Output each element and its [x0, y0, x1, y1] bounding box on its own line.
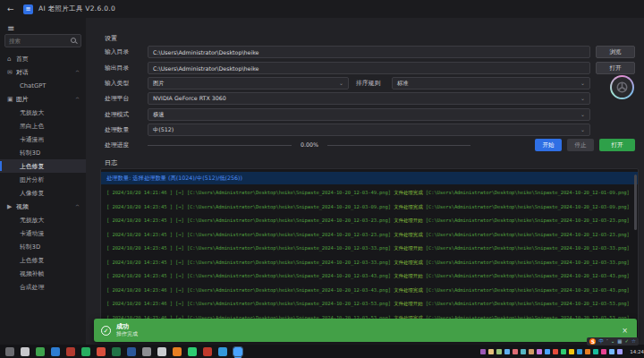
stop-button[interactable]: 停止	[567, 139, 594, 151]
tray-icon[interactable]	[537, 349, 542, 354]
sidebar-item-label: 对话	[16, 68, 29, 77]
sidebar-item[interactable]: 人像修复	[0, 186, 86, 200]
sidebar-item[interactable]: 无损放大	[0, 106, 86, 119]
taskbar-app-icon[interactable]	[112, 347, 121, 356]
ime-item[interactable]: ▦	[617, 337, 622, 345]
taskbar-app-icon[interactable]	[97, 347, 106, 356]
mode-label: 处理模式	[105, 108, 146, 121]
tray-icon[interactable]	[504, 349, 510, 354]
sidebar-item[interactable]: ▶ 视频 ^	[0, 200, 86, 213]
ime-item[interactable]: ’	[606, 337, 608, 345]
taskbar-app-icon[interactable]	[127, 347, 136, 356]
sidebar-item[interactable]: 上色修复	[0, 253, 86, 267]
output-dir-label: 输出目录	[105, 62, 146, 74]
taskbar-app-icon[interactable]	[21, 347, 30, 356]
app-icon: ≡	[23, 4, 33, 14]
sidebar-item[interactable]: 图片分析	[0, 173, 86, 186]
tray-icon[interactable]	[488, 349, 494, 354]
open-dir-button[interactable]: 打开	[596, 62, 635, 74]
sidebar-item[interactable]: 转制3D	[0, 240, 86, 253]
tray-icon[interactable]	[577, 349, 582, 354]
browse-button[interactable]: 浏览	[596, 46, 635, 58]
assistant-logo-icon	[612, 77, 632, 98]
sidebar-item[interactable]: 视频补帧	[0, 267, 86, 280]
ime-logo-icon[interactable]: S	[589, 338, 596, 345]
ime-item[interactable]: 中	[598, 337, 604, 345]
log-line: [ 2024/10/20 14:23:45 ] [→] [C:\Users\Ad…	[101, 228, 638, 243]
close-icon[interactable]: ×	[620, 327, 630, 335]
chevron-up-icon[interactable]: ^	[75, 69, 80, 75]
taskbar-app-icon[interactable]	[233, 347, 242, 356]
taskbar-app-icon[interactable]	[142, 347, 151, 356]
tray-icon[interactable]	[529, 349, 534, 354]
ime-item[interactable]: ✓	[624, 337, 629, 345]
chevron-up-icon[interactable]: ^	[75, 96, 80, 102]
back-arrow-icon[interactable]: ←	[7, 4, 18, 13]
output-dir-field[interactable]	[148, 62, 590, 74]
tray-icon[interactable]	[609, 349, 614, 354]
chevron-up-icon[interactable]: ^	[75, 203, 80, 209]
start-button[interactable]: 开始	[535, 139, 562, 151]
open-button[interactable]: 打开	[599, 139, 635, 151]
tray-icon[interactable]	[480, 349, 486, 354]
sidebar-item-label: 无损放大	[20, 216, 44, 225]
taskbar-app-icon[interactable]	[157, 347, 166, 356]
tray-icon[interactable]	[513, 349, 518, 354]
sidebar-item[interactable]: ⌂ 首页	[0, 52, 86, 65]
tray-icon[interactable]	[496, 349, 502, 354]
progress-percent: 0.00%	[292, 139, 327, 150]
assistant-float-button[interactable]	[610, 75, 634, 99]
input-type-select[interactable]: 图片⌄	[148, 77, 349, 90]
tray-icon[interactable]	[617, 349, 623, 354]
log-scrollbar[interactable]	[634, 175, 637, 230]
sidebar-item[interactable]: 转制3D	[0, 146, 86, 159]
sidebar-item-icon: ▶	[7, 203, 16, 210]
sidebar-item[interactable]: 黑白上色	[0, 119, 86, 132]
quantity-label: 处理数量	[105, 124, 146, 136]
log-panel[interactable]: 处理数量: 选择处理数量 (高(1024)/中(512)/低(256)) [ 2…	[100, 168, 639, 338]
sidebar-item-label: 卡通漫画	[20, 135, 44, 144]
sidebar-item-label: 图片	[16, 95, 29, 104]
ime-toolbar[interactable]: S 中’⌄▦✓☆	[587, 337, 639, 345]
taskbar-app-icon[interactable]	[188, 347, 197, 356]
sidebar-item-label: 视频补帧	[20, 269, 44, 278]
taskbar-app-icon[interactable]	[218, 347, 227, 356]
sort-rule-select[interactable]: 标准⌄	[392, 77, 590, 90]
ime-item[interactable]: ☆	[631, 337, 636, 345]
tray-icon[interactable]	[569, 349, 574, 354]
sidebar-search[interactable]	[4, 34, 81, 47]
tray-icon[interactable]	[601, 349, 606, 354]
tray-icon[interactable]	[585, 349, 590, 354]
sidebar-item[interactable]: 上色修复	[0, 159, 86, 173]
mode-select[interactable]: 极速⌄	[148, 108, 590, 121]
sidebar-item[interactable]: 卡通动漫	[0, 226, 86, 240]
input-dir-field[interactable]	[148, 46, 590, 58]
tray-icon[interactable]	[593, 349, 598, 354]
chevron-down-icon: ⌄	[580, 78, 585, 89]
sidebar-item[interactable]: 卡通漫画	[0, 132, 86, 146]
taskbar-app-icon[interactable]	[66, 347, 75, 356]
menu-toggle-icon[interactable]: ≡	[7, 23, 14, 33]
sidebar-item[interactable]: 无损放大	[0, 213, 86, 226]
taskbar-app-icon[interactable]	[81, 347, 90, 356]
sidebar-item[interactable]: ChatGPT	[0, 79, 86, 92]
tray-icon[interactable]	[521, 349, 526, 354]
log-selected-line[interactable]: 处理数量: 选择处理数量 (高(1024)/中(512)/低(256))	[101, 172, 638, 184]
tray-icon[interactable]	[561, 349, 566, 354]
sidebar-item[interactable]: ▣ 图片 ^	[0, 92, 86, 106]
taskbar-app-icon[interactable]	[5, 347, 14, 356]
tray-icon[interactable]	[545, 349, 550, 354]
ime-item[interactable]: ⌄	[611, 337, 615, 345]
sidebar-item[interactable]: 合成处理	[0, 280, 86, 294]
taskbar-app-icon[interactable]	[51, 347, 60, 356]
search-input[interactable]	[9, 38, 71, 45]
sidebar-item[interactable]: ✉ 对话 ^	[0, 65, 86, 79]
quantity-select[interactable]: 中(512)⌄	[148, 124, 590, 136]
platform-select[interactable]: NVIDIA GeForce RTX 3060⌄	[148, 92, 590, 105]
taskbar-app-icon[interactable]	[203, 347, 212, 356]
tray-icon[interactable]	[553, 349, 558, 354]
taskbar-app-icon[interactable]	[173, 347, 182, 356]
log-line: [ 2024/10/20 14:23:46 ] [→] [C:\Users\Ad…	[101, 297, 638, 311]
taskbar-app-icon[interactable]	[36, 347, 45, 356]
taskbar-clock[interactable]: 14:24	[630, 349, 644, 354]
